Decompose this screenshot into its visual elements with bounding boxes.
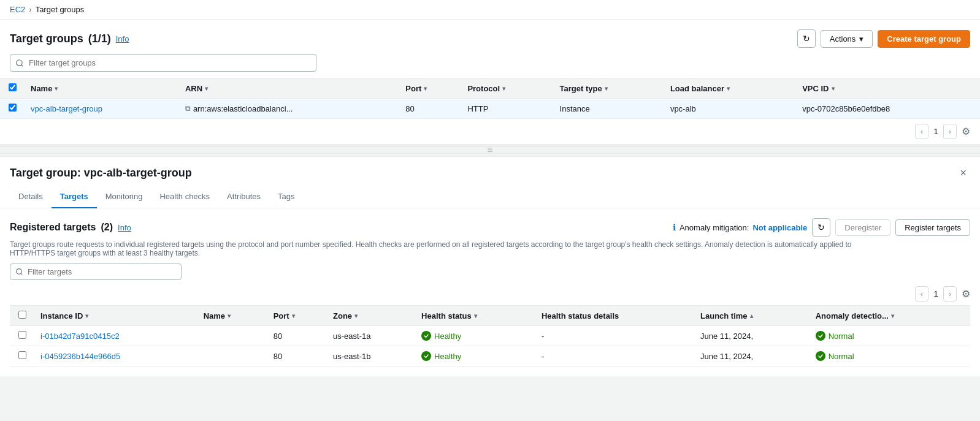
target-name-sort-icon[interactable]: ▾	[228, 313, 231, 319]
health-status-sort-icon[interactable]: ▾	[474, 313, 477, 319]
row-arn-cell: ⧉ arn:aws:elasticloadbalanci...	[179, 99, 399, 119]
target-health-status-cell: Healthy	[415, 346, 535, 366]
actions-button[interactable]: Actions ▾	[821, 30, 873, 48]
top-panel: Target groups (1/1) Info ↻ Actions ▾ Cre…	[0, 20, 980, 146]
target-anomaly-detection-cell: Normal	[810, 326, 970, 346]
target-type-sort-icon[interactable]: ▾	[605, 85, 608, 92]
target-groups-table: Name ▾ ARN ▾ Port ▾	[0, 78, 980, 119]
refresh-targets-button[interactable]: ↻	[812, 218, 830, 237]
target-row-checkbox[interactable]	[18, 331, 26, 339]
row-checkbox[interactable]	[9, 104, 17, 112]
row-name-cell: vpc-alb-target-group	[25, 99, 179, 119]
filter-targets-input[interactable]	[10, 264, 182, 280]
row-port-cell: 80	[399, 99, 461, 119]
registered-target-row: i-0459236b144e966d5 80 us-east-1b Health…	[10, 346, 970, 366]
anomaly-check-icon	[816, 331, 825, 341]
instance-id-link[interactable]: i-01b42d7a91c0415c2	[40, 332, 120, 341]
target-row-checkbox-cell	[10, 326, 34, 346]
col-header-zone: Zone ▾	[327, 306, 415, 326]
prev-page-button[interactable]: ‹	[915, 124, 928, 139]
launch-time-sort-icon[interactable]: ▴	[750, 313, 753, 319]
target-group-name-link[interactable]: vpc-alb-target-group	[31, 104, 102, 113]
vpc-id-sort-icon[interactable]: ▾	[832, 85, 835, 92]
registered-target-row: i-01b42d7a91c0415c2 80 us-east-1a Health…	[10, 326, 970, 346]
target-row-checkbox[interactable]	[18, 351, 26, 359]
registered-targets-info-link[interactable]: Info	[118, 223, 131, 232]
page-number: 1	[933, 127, 938, 136]
resize-handle[interactable]: ≡	[0, 146, 980, 154]
tab-targets[interactable]: Targets	[52, 186, 97, 208]
filter-row	[10, 264, 970, 280]
tab-health-checks[interactable]: Health checks	[151, 186, 218, 208]
deregister-button[interactable]: Deregister	[835, 219, 890, 236]
zone-sort-icon[interactable]: ▾	[354, 313, 358, 319]
anomaly-detection-sort-icon[interactable]: ▾	[891, 313, 894, 319]
col-header-target-name: Name ▾	[197, 306, 267, 326]
health-status-value: Healthy	[434, 332, 461, 341]
instance-id-link[interactable]: i-0459236b144e966d5	[40, 352, 120, 361]
breadcrumb-ec2-link[interactable]: EC2	[10, 5, 25, 14]
next-page-button[interactable]: ›	[943, 124, 957, 139]
anomaly-info-icon: ℹ	[673, 222, 676, 232]
target-row-checkbox-cell	[10, 346, 34, 366]
top-panel-info-link[interactable]: Info	[116, 34, 129, 44]
col-header-port: Port ▾	[399, 78, 461, 99]
tab-attributes[interactable]: Attributes	[218, 186, 269, 208]
refresh-button[interactable]: ↻	[797, 29, 816, 48]
create-target-group-button[interactable]: Create target group	[878, 30, 970, 48]
target-groups-count: (1/1)	[88, 32, 111, 45]
anomaly-check-icon	[816, 351, 825, 361]
col-header-health-status: Health status ▾	[415, 306, 535, 326]
registered-targets-section: Registered targets (2) Info ℹ Anomaly mi…	[0, 208, 980, 376]
col-header-anomaly-detection: Anomaly detectio... ▾	[810, 306, 970, 326]
anomaly-badge: ℹ Anomaly mitigation: Not applicable	[673, 222, 807, 232]
select-all-checkbox[interactable]	[9, 83, 17, 91]
anomaly-detection-value: Normal	[829, 332, 854, 341]
protocol-sort-icon[interactable]: ▾	[502, 85, 505, 92]
targets-table-settings-button[interactable]: ⚙	[962, 288, 970, 300]
top-panel-title: Target groups (1/1) Info	[10, 32, 129, 45]
targets-select-all-checkbox[interactable]	[18, 311, 26, 319]
name-sort-icon[interactable]: ▾	[55, 85, 58, 92]
targets-select-all-header	[10, 306, 34, 326]
bottom-panel: Target group: vpc-alb-target-group × Det…	[0, 156, 980, 376]
col-header-vpc-id: VPC ID ▾	[796, 78, 980, 99]
arn-value: arn:aws:elasticloadbalanci...	[193, 104, 293, 113]
col-header-target-port: Port ▾	[267, 306, 327, 326]
target-health-status-cell: Healthy	[415, 326, 535, 346]
search-bar	[0, 54, 980, 78]
registered-targets-actions: ℹ Anomaly mitigation: Not applicable ↻ D…	[673, 218, 970, 237]
health-check-icon	[421, 331, 431, 341]
row-vpc-id-cell: vpc-0702c85b6e0efdbe8	[796, 99, 980, 119]
target-launch-time-cell: June 11, 2024,	[694, 346, 810, 366]
register-targets-button[interactable]: Register targets	[895, 219, 970, 236]
table-settings-button[interactable]: ⚙	[962, 126, 970, 137]
row-checkbox-cell	[0, 99, 25, 119]
filter-target-groups-input[interactable]	[10, 54, 316, 72]
target-port-cell: 80	[267, 346, 327, 366]
tab-monitoring[interactable]: Monitoring	[97, 186, 151, 208]
port-sort-icon[interactable]: ▾	[424, 85, 427, 92]
actions-label: Actions	[830, 34, 856, 44]
health-status-value: Healthy	[434, 352, 461, 361]
target-health-details-cell: -	[535, 326, 694, 346]
tab-tags[interactable]: Tags	[269, 186, 303, 208]
targets-prev-page-button[interactable]: ‹	[915, 286, 928, 302]
row-target-type-cell: Instance	[554, 99, 664, 119]
tab-details[interactable]: Details	[10, 186, 52, 208]
col-header-launch-time: Launch time ▴	[694, 306, 810, 326]
target-name-cell	[197, 346, 267, 366]
close-panel-button[interactable]: ×	[956, 165, 970, 181]
arn-sort-icon[interactable]: ▾	[205, 85, 208, 92]
targets-next-page-button[interactable]: ›	[943, 286, 957, 302]
target-instance-id-cell: i-01b42d7a91c0415c2	[34, 326, 197, 346]
copy-arn-icon[interactable]: ⧉	[185, 104, 191, 113]
target-launch-time-cell: June 11, 2024,	[694, 326, 810, 346]
target-zone-cell: us-east-1b	[327, 346, 415, 366]
load-balancer-sort-icon[interactable]: ▾	[727, 85, 730, 92]
instance-id-sort-icon[interactable]: ▾	[85, 313, 88, 319]
target-port-sort-icon[interactable]: ▾	[292, 313, 295, 319]
registered-targets-table: Instance ID ▾ Name ▾ Por	[10, 305, 970, 366]
resize-icon: ≡	[487, 145, 492, 155]
row-load-balancer-cell: vpc-alb	[664, 99, 796, 119]
